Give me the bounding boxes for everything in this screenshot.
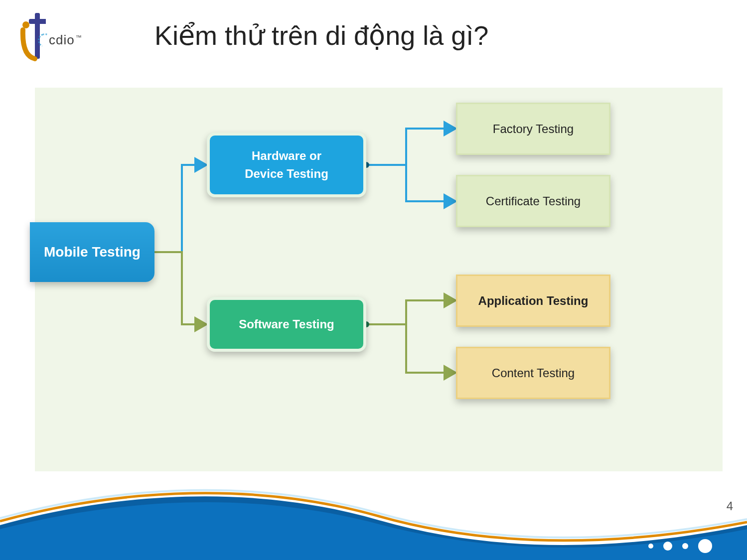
slide-title: Kiểm thử trên di động là gì? [154, 20, 488, 51]
node-label: Certificate Testing [486, 192, 581, 210]
node-label: Software Testing [239, 315, 334, 333]
node-hardware-testing: Hardware or Device Testing [207, 133, 366, 197]
node-label: Factory Testing [493, 120, 574, 138]
svg-point-2 [22, 21, 29, 28]
node-label: Mobile Testing [44, 242, 141, 263]
node-label: Hardware or Device Testing [245, 147, 328, 183]
node-mobile-testing: Mobile Testing [30, 222, 154, 282]
cdio-logo-text: cdio [49, 32, 82, 48]
node-software-testing: Software Testing [207, 297, 366, 352]
footer-wave-decoration [0, 470, 747, 560]
node-certificate-testing: Certificate Testing [456, 175, 610, 227]
node-content-testing: Content Testing [456, 347, 610, 399]
footer-dots-decoration [648, 539, 712, 553]
node-label: Content Testing [492, 364, 575, 382]
mobile-testing-diagram: Mobile Testing Hardware or Device Testin… [35, 88, 723, 471]
node-application-testing: Application Testing [456, 275, 610, 327]
svg-rect-1 [29, 19, 46, 24]
node-factory-testing: Factory Testing [456, 103, 610, 155]
logo-area: cdio [20, 10, 82, 70]
node-label: Application Testing [478, 292, 589, 310]
